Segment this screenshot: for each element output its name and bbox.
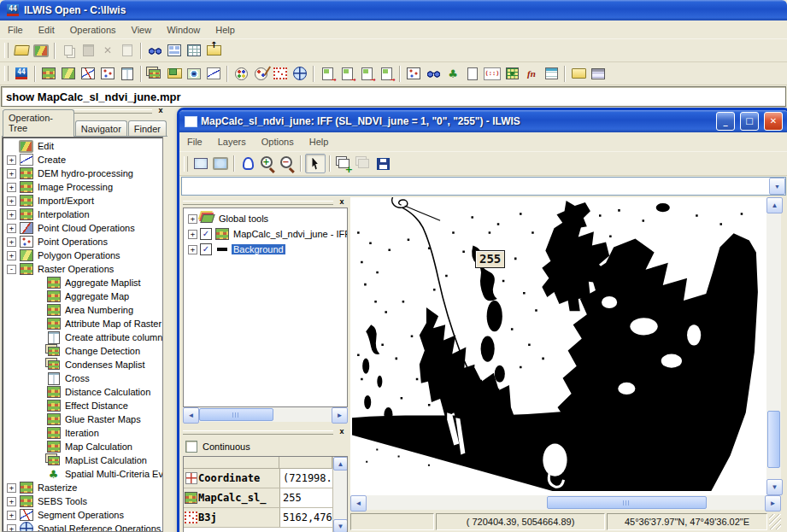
tree-item-aggregate-map[interactable]: Aggregate Map [3,289,162,303]
tree-expander-icon[interactable]: + [7,497,16,506]
import-segment-button[interactable] [357,65,376,83]
close-pixel-panel-icon[interactable]: x [336,427,348,437]
menu-edit[interactable]: Edit [31,23,62,37]
layer-panel-hscrollbar[interactable]: ◄ ► [183,407,348,422]
tree-expander-icon[interactable]: + [7,224,16,233]
tree-item-interpolation[interactable]: + Interpolation [3,208,162,221]
combo-dropdown-icon[interactable]: ▼ [769,178,785,195]
sample-set-button[interactable] [271,65,290,83]
layer-expander-icon[interactable]: + [188,245,197,254]
folder-button[interactable] [569,65,588,83]
pan-button[interactable] [238,155,257,172]
tree-expander-icon[interactable]: + [7,169,16,178]
layer-mapcalc-sl-ndvi-june[interactable]: + MapCalc_sl_ndvi_june - IFF [184,226,347,242]
tree-expander-icon[interactable]: + [7,155,16,165]
tree-item-image-processing[interactable]: + Image Processing [3,180,162,194]
stereo-pair-button[interactable] [424,65,443,83]
edit-representation-button[interactable] [251,65,270,83]
new-document-button[interactable] [463,65,482,83]
tree-item-dem-hydro-processing[interactable]: + DEM hydro-processing [3,167,162,180]
tree-item-point-cloud-operations[interactable]: + Point Cloud Operations [3,221,162,235]
normal-cursor-button[interactable] [305,154,326,173]
command-window-button[interactable] [589,65,608,83]
layer-visibility-checkbox[interactable] [200,228,212,240]
layer-visibility-checkbox[interactable] [200,243,212,255]
hscroll-thumb[interactable] [547,496,707,509]
scroll-down-icon[interactable]: ▼ [766,479,783,495]
tree-expander-icon[interactable]: + [7,483,16,493]
tree-expander-icon[interactable]: + [7,210,16,219]
tree-item-edit[interactable]: Edit [3,139,162,153]
filter-button[interactable] [502,65,521,83]
redraw-button[interactable] [211,155,230,172]
zoom-out-button[interactable] [278,155,297,172]
tree-item-maplist-calculation[interactable]: MapList Calculation [3,453,162,467]
remove-layer-button[interactable] [354,155,373,172]
map-window-titlebar[interactable]: MapCalc_sl_ndvi_june: IFF (SL_NDVI_june … [179,110,787,132]
maximize-button[interactable]: □ [740,112,759,131]
tree-expander-icon[interactable]: + [7,196,16,206]
save-view-button[interactable] [373,155,392,172]
tree-item-iteration[interactable]: Iteration [3,426,162,440]
tree-item-distance-calculation[interactable]: Distance Calculation [3,385,162,399]
map-menu-layers[interactable]: Layers [210,135,254,149]
tree-item-map-calculation[interactable]: Map Calculation [3,440,162,453]
tree-expander-icon[interactable]: + [7,524,16,532]
tree-item-attribute-map-of-raster-map[interactable]: Attribute Map of Raster Map [3,317,162,330]
up-one-level-button[interactable] [204,42,223,60]
paste-button[interactable] [79,42,97,60]
list-view-button[interactable] [185,42,203,60]
map-canvas[interactable]: 255 [350,197,766,495]
scroll-up-icon[interactable]: ▲ [333,457,348,471]
tree-expander-icon[interactable]: + [7,237,16,247]
layer-expander-icon[interactable]: + [188,230,197,239]
map-hscrollbar[interactable]: ◄ ► [350,495,781,510]
point-editor-button[interactable] [404,65,423,83]
scroll-right-icon[interactable]: ► [765,495,781,512]
smce-button[interactable] [443,65,462,83]
minimize-button[interactable]: _ [716,112,735,131]
copy-button[interactable] [59,42,78,60]
layer-background[interactable]: + Background [184,242,347,257]
resize-grip[interactable] [769,514,781,529]
import-point-button[interactable] [377,65,396,83]
close-panel-icon[interactable]: x [155,106,167,116]
tree-item-aggregate-maplist[interactable]: Aggregate Maplist [3,276,162,289]
menu-operations[interactable]: Operations [62,23,124,37]
tree-item-sebs-tools[interactable]: + SEBS Tools [3,494,162,508]
maplist-button[interactable] [145,65,164,83]
tree-item-cross[interactable]: Cross [3,371,162,385]
close-button[interactable]: ✕ [764,112,783,131]
menu-file[interactable]: File [0,23,31,37]
tree-expander-icon[interactable]: - [7,265,16,274]
map-display-button[interactable] [32,42,50,60]
delete-button[interactable] [98,42,117,60]
entire-map-button[interactable] [191,155,210,172]
tree-item-create-attribute-column[interactable]: Create attribute column [3,330,162,344]
command-line-input[interactable]: show MapCalc_sl_ndvi_june.mpr [1,86,786,107]
tree-item-raster-operations[interactable]: - Raster Operations [3,262,162,276]
tab-operation-tree[interactable]: Operation-Tree [3,109,74,137]
tab-finder[interactable]: Finder [128,120,167,136]
image-folder-button[interactable] [165,65,184,83]
segment-map-button[interactable] [79,65,97,83]
polygon-map-button[interactable] [59,65,78,83]
graph-button[interactable] [204,65,223,83]
tab-navigator[interactable]: Navigator [75,120,127,136]
add-layer-button[interactable] [334,155,353,172]
pixel-panel-grip[interactable]: x [182,427,349,437]
georeference-button[interactable] [291,65,309,83]
vscroll-thumb[interactable] [767,411,780,468]
import-raster-button[interactable] [318,65,337,83]
tree-expander-icon[interactable]: + [7,511,16,520]
function-button[interactable] [522,65,541,83]
tree-item-change-detection[interactable]: Change Detection [3,344,162,358]
tree-item-condenses-maplist[interactable]: Condenses Maplist [3,358,162,371]
tree-item-glue-raster-maps[interactable]: Glue Raster Maps [3,412,162,426]
layer-expander-icon[interactable]: + [188,214,197,224]
tree-item-create[interactable]: + Create [3,153,162,167]
pixel-table-vscrollbar[interactable]: ▲ ▼ [332,457,347,532]
preview-glasses-button[interactable] [145,42,164,60]
tree-item-spatial-multi-criteria-evaluation[interactable]: Spatial Multi-Criteria Evaluation [3,467,162,481]
layer-panel-grip[interactable]: x [182,197,349,208]
